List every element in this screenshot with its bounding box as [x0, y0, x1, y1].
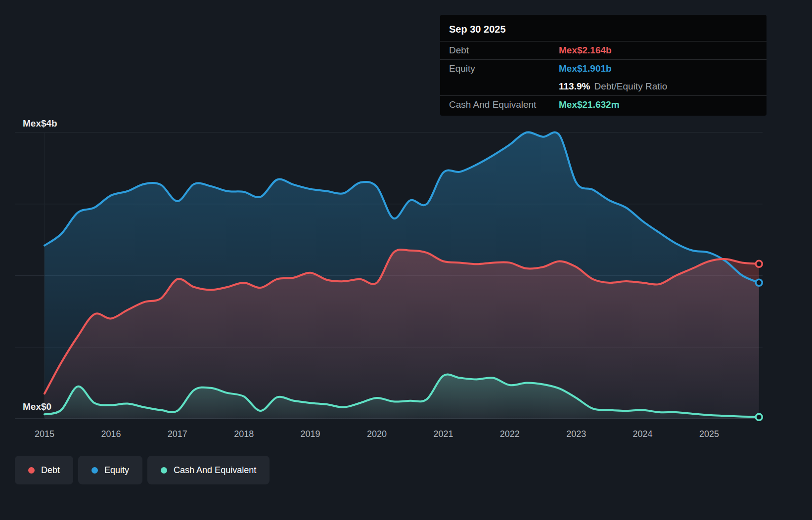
legend-item-cash-label: Cash And Equivalent: [174, 465, 256, 476]
tooltip-debt-label: Debt: [449, 45, 559, 56]
svg-text:2017: 2017: [168, 429, 187, 439]
tooltip-ratio-label: Debt/Equity Ratio: [594, 81, 667, 92]
cash-legend-dot-icon: [161, 467, 167, 474]
tooltip-debt-row: Debt Mex$2.164b: [440, 41, 767, 59]
tooltip-cash-label: Cash And Equivalent: [449, 99, 559, 110]
tooltip-debt-value: Mex$2.164b: [559, 45, 612, 56]
tooltip-cash-row: Cash And Equivalent Mex$21.632m: [440, 95, 767, 114]
svg-text:2018: 2018: [234, 429, 254, 439]
legend-item-debt-label: Debt: [41, 465, 60, 476]
svg-text:2020: 2020: [367, 429, 387, 439]
tooltip-equity-value: Mex$1.901b: [559, 63, 612, 74]
y-axis-label-max: Mex$4b: [23, 118, 57, 129]
tooltip: Sep 30 2025 Debt Mex$2.164b Equity Mex$1…: [440, 15, 767, 116]
svg-text:2023: 2023: [566, 429, 586, 439]
legend-item-equity-label: Equity: [104, 465, 129, 476]
tooltip-ratio-row: 113.9% Debt/Equity Ratio: [440, 78, 767, 95]
tooltip-equity-label: Equity: [449, 63, 559, 74]
debt-legend-dot-icon: [28, 467, 35, 474]
svg-text:2025: 2025: [699, 429, 719, 439]
svg-text:2021: 2021: [433, 429, 453, 439]
svg-text:2024: 2024: [633, 429, 653, 439]
svg-text:2015: 2015: [35, 429, 54, 439]
y-axis-label-min: Mex$0: [23, 401, 51, 412]
legend: Debt Equity Cash And Equivalent: [15, 456, 270, 484]
tooltip-ratio-value: 113.9%: [559, 81, 590, 92]
svg-text:2016: 2016: [101, 429, 121, 439]
svg-text:2019: 2019: [301, 429, 320, 439]
equity-legend-dot-icon: [91, 467, 98, 474]
legend-item-cash[interactable]: Cash And Equivalent: [147, 456, 270, 484]
legend-item-equity[interactable]: Equity: [78, 456, 142, 484]
tooltip-cash-value: Mex$21.632m: [559, 99, 620, 110]
svg-text:2022: 2022: [500, 429, 520, 439]
tooltip-date: Sep 30 2025: [440, 18, 767, 41]
tooltip-equity-row: Equity Mex$1.901b: [440, 59, 767, 78]
legend-item-debt[interactable]: Debt: [15, 456, 73, 484]
